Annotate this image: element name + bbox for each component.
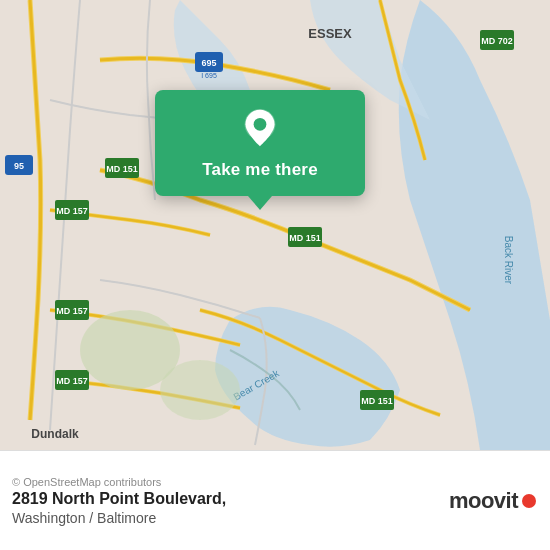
moovit-logo: moovit — [449, 488, 536, 514]
svg-point-25 — [160, 360, 240, 420]
bottom-bar: © OpenStreetMap contributors 2819 North … — [0, 450, 550, 550]
svg-text:Dundalk: Dundalk — [31, 427, 79, 441]
svg-text:MD 151: MD 151 — [289, 233, 321, 243]
svg-text:MD 157: MD 157 — [56, 306, 88, 316]
svg-text:MD 151: MD 151 — [106, 164, 138, 174]
svg-text:MD 702: MD 702 — [481, 36, 513, 46]
moovit-dot-icon — [522, 494, 536, 508]
svg-text:ESSEX: ESSEX — [308, 26, 352, 41]
svg-text:I 695: I 695 — [201, 72, 217, 79]
svg-text:Back River: Back River — [503, 236, 514, 285]
map-background: 695 I 695 95 MD 151 MD 151 MD 151 MD 702… — [0, 0, 550, 450]
map-container[interactable]: 695 I 695 95 MD 151 MD 151 MD 151 MD 702… — [0, 0, 550, 450]
svg-point-27 — [254, 118, 267, 131]
popup-card: Take me there — [155, 90, 365, 196]
bottom-info: © OpenStreetMap contributors 2819 North … — [12, 476, 226, 526]
svg-text:MD 151: MD 151 — [361, 396, 393, 406]
svg-text:695: 695 — [201, 58, 216, 68]
svg-text:95: 95 — [14, 161, 24, 171]
city-line: Washington / Baltimore — [12, 510, 226, 526]
svg-text:MD 157: MD 157 — [56, 376, 88, 386]
moovit-text: moovit — [449, 488, 518, 514]
address-line: 2819 North Point Boulevard, — [12, 490, 226, 508]
app: 695 I 695 95 MD 151 MD 151 MD 151 MD 702… — [0, 0, 550, 550]
osm-credit: © OpenStreetMap contributors — [12, 476, 226, 488]
location-pin-icon — [240, 108, 280, 148]
svg-text:MD 157: MD 157 — [56, 206, 88, 216]
take-me-there-button[interactable]: Take me there — [202, 158, 318, 182]
